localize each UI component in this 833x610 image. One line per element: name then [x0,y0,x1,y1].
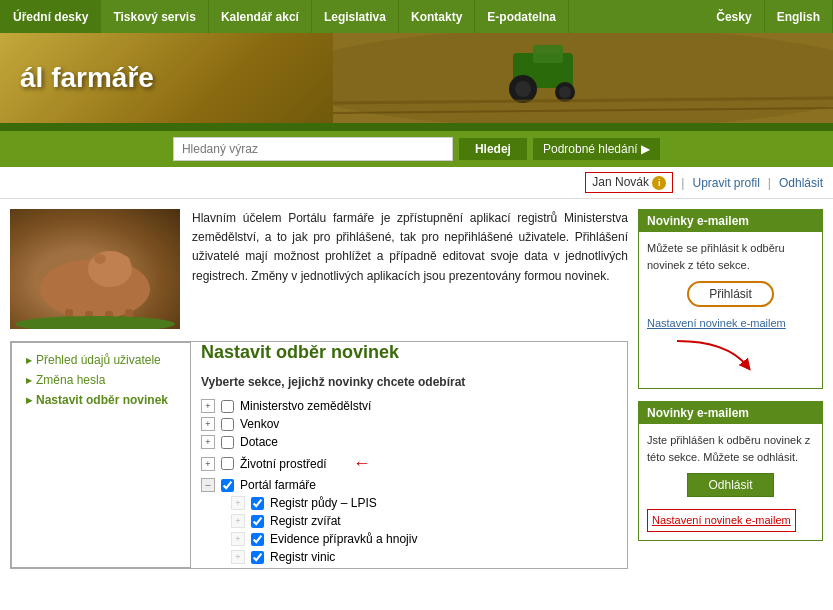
expand-icon[interactable]: + [231,532,245,546]
separator1: | [681,176,684,190]
list-item: + Životní prostředí ← [201,453,617,474]
logout-link[interactable]: Odhlásit [779,176,823,190]
svg-point-18 [15,316,175,329]
section-label: Registr vinic [270,550,335,564]
lang-cs-button[interactable]: Česky [704,0,764,33]
expand-icon[interactable]: + [231,550,245,564]
panel-subtitle: Vyberte sekce, jejichž novinky chcete od… [201,375,617,389]
news-box-logout: Novinky e-mailem Jste přihlášen k odběru… [638,401,823,541]
section-label: Registr zvířat [270,514,341,528]
checkbox-vinice[interactable] [251,551,264,564]
menu-item-prehled[interactable]: Přehled údajů uživatele [26,353,176,367]
setting-link-2[interactable]: Nastavení novinek e-mailem [647,509,796,532]
edit-profile-link[interactable]: Upravit profil [692,176,759,190]
news-box-header-2: Novinky e-mailem [639,402,822,424]
expand-icon[interactable]: + [201,417,215,431]
top-navigation: Úřední desky Tiskový servis Kalendář akc… [0,0,833,33]
header-banner: ál farmáře [0,33,833,123]
list-item: + Venkov [201,417,617,431]
lang-en-button[interactable]: English [765,0,833,33]
section-label: Životní prostředí [240,457,327,471]
nav-epodatelna[interactable]: E-podatelna [475,0,569,33]
cow-svg [10,209,180,329]
panel-title: Nastavit odběr novinek [201,342,617,363]
advanced-search-button[interactable]: Podrobné hledání ▶ [533,138,660,160]
user-info-icon[interactable]: i [652,176,666,190]
nav-legislativa[interactable]: Legislativa [312,0,399,33]
section-label: Venkov [240,417,279,431]
expand-icon[interactable]: + [201,457,215,471]
setting-link-1[interactable]: Nastavení novinek e-mailem [647,315,814,332]
username-badge: Jan Novák i [585,172,673,193]
news-box-body-2: Jste přihlášen k odběru novinek z této s… [639,424,822,540]
checkbox-venkov[interactable] [221,418,234,431]
separator2: | [768,176,771,190]
nav-kalendar-akci[interactable]: Kalendář akcí [209,0,312,33]
green-divider [0,123,833,131]
arrow-right-annotation: ← [353,453,371,474]
section-label: Ministerstvo zemědělství [240,399,371,413]
odhlasit-button[interactable]: Odhlásit [687,473,773,497]
prihlasit-button[interactable]: Přihlásit [687,281,774,307]
list-item: – Portál farmáře [201,478,617,492]
expand-icon[interactable]: + [231,514,245,528]
checkbox-pf[interactable] [221,479,234,492]
list-item-sub: + Registr půdy – LPIS [201,496,617,510]
checkbox-zp[interactable] [221,457,234,470]
checkbox-zvir[interactable] [251,515,264,528]
search-button[interactable]: Hledej [459,138,527,160]
nav-kontakty[interactable]: Kontakty [399,0,475,33]
main-content: Hlavním účelem Portálu farmáře je zpříst… [0,199,833,579]
checkbox-ms[interactable] [221,400,234,413]
svg-point-7 [559,86,571,98]
section-label: Registr půdy – LPIS [270,496,377,510]
list-item-sub: + Evidence přípravků a hnojiv [201,532,617,546]
list-item-sub: + Registr vinic [201,550,617,564]
list-item-sub: + Registr zvířat [201,514,617,528]
nav-uredni-desky[interactable]: Úřední desky [0,0,101,33]
nav-tiskovy-servis[interactable]: Tiskový servis [101,0,209,33]
checkbox-lpis[interactable] [251,497,264,510]
news-box-body: Můžete se přihlásit k odběru novinek z t… [639,232,822,388]
expand-icon[interactable]: + [201,435,215,449]
banner-svg [333,33,833,123]
svg-point-13 [94,254,106,264]
section-label: Evidence přípravků a hnojiv [270,532,417,546]
svg-point-12 [114,255,130,267]
intro-text: Hlavním účelem Portálu farmáře je zpříst… [192,209,628,329]
list-item: + Dotace [201,435,617,449]
svg-rect-3 [533,45,563,63]
expand-icon-minus[interactable]: – [201,478,215,492]
menu-item-heslo[interactable]: Změna hesla [26,373,176,387]
search-bar: Hledej Podrobné hledání ▶ [0,131,833,167]
list-item: + Ministerstvo zemědělství [201,399,617,413]
news-box-header: Novinky e-mailem [639,210,822,232]
menu-item-novinky[interactable]: Nastavit odběr novinek [26,393,176,407]
checkbox-evid[interactable] [251,533,264,546]
checkbox-dotace[interactable] [221,436,234,449]
right-sidebar: Novinky e-mailem Můžete se přihlásit k o… [638,209,823,569]
svg-point-5 [515,81,531,97]
site-title: ál farmáře [0,62,154,94]
expand-icon[interactable]: + [231,496,245,510]
banner-image [333,33,833,123]
news-box-text-2: Jste přihlášen k odběru novinek z této s… [647,432,814,465]
curved-arrow-svg [647,336,767,376]
cow-image [10,209,180,329]
left-menu: Přehled údajů uživatele Změna hesla Nast… [11,342,191,568]
section-label: Dotace [240,435,278,449]
newsletter-settings-panel: Nastavit odběr novinek Vyberte sekce, je… [191,342,627,568]
user-bar: Jan Novák i | Upravit profil | Odhlásit [0,167,833,199]
left-content: Hlavním účelem Portálu farmáře je zpříst… [10,209,628,569]
intro-section: Hlavním účelem Portálu farmáře je zpříst… [10,209,628,329]
news-box-login: Novinky e-mailem Můžete se přihlásit k o… [638,209,823,389]
expand-icon[interactable]: + [201,399,215,413]
news-box-text: Můžete se přihlásit k odběru novinek z t… [647,240,814,273]
section-label: Portál farmáře [240,478,316,492]
section-list: + Ministerstvo zemědělství + Venkov + Do… [201,399,617,564]
search-input[interactable] [173,137,453,161]
overlay-panel: Přehled údajů uživatele Změna hesla Nast… [10,341,628,569]
